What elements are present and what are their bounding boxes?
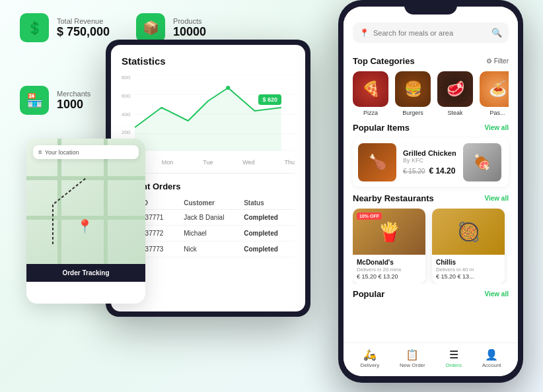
merchants-label: Merchants [57,90,90,98]
merchants-icon: 🏪 [20,86,49,115]
chart-svg [122,75,295,154]
account-icon: 👤 [485,348,498,361]
nearby-view-all[interactable]: View all [484,195,509,202]
chicken-price-new: € 14.20 [429,166,455,176]
phone-content: Top Categories ⚙ Filter 🍕 Pizza 🍔 [344,49,518,343]
filter-label: Filter [494,57,509,65]
popular-bottom-title: Popular [353,289,384,299]
location-pin: 📍 [77,218,93,234]
table-row: O2375937771 Jack B Danial Completed [122,210,295,226]
categories-row: 🍕 Pizza 🍔 Burgers 🥩 Steak [353,71,509,116]
pasta-img: 🍝 [480,71,509,107]
phone-notch [404,0,457,15]
products-card: 📦 Products 10000 [136,13,206,42]
chillis-emoji: 🥘 [432,209,505,255]
chicken-name: Grilled Chicken [403,149,456,157]
stats-area: 💲 Total Revenue $ 750,000 📦 Products 100… [20,13,206,42]
chicken-by: By KFC [403,157,456,164]
phone-device: 📍 🔍 Top Categories ⚙ Filter 🍕 Pizza [338,0,523,383]
popular-bottom-view-all[interactable]: View all [484,290,509,298]
location-pin-icon: 📍 [359,28,369,38]
orders-icon: ☰ [449,348,458,361]
merchants-value: 1000 [57,98,90,112]
map-area: ≡ Your location 📍 [26,139,145,264]
chart-title: Statistics [122,55,295,67]
category-pizza[interactable]: 🍕 Pizza [353,71,388,116]
popular-items-title: Popular Items [353,123,410,133]
nav-account[interactable]: 👤 Account [482,348,501,368]
pizza-img: 🍕 [353,71,388,107]
chicken-price-old: € 15.20 [403,168,425,175]
price-badge: $ 620 [258,94,281,105]
delivery-icon: 🛵 [363,348,377,361]
location-text: Your location [45,149,79,156]
pizza-emoji: 🍕 [353,71,388,107]
popular-view-all[interactable]: View all [484,124,509,131]
nearby-title: Nearby Restaurants [353,193,434,203]
revenue-icon: 💲 [20,13,49,42]
mcdonalds-img: 🍟 10% OFF [353,209,425,255]
filter-icon: ⚙ [486,57,492,65]
orders-title: Recent Orders [122,181,295,191]
chicken-img-right: 🍖 [463,143,501,181]
col-customer: Customer [184,197,244,210]
pasta-label: Pas... [489,110,505,116]
mcdonalds-prices: € 15.20 € 13.20 [357,273,421,280]
products-value: 10000 [173,25,206,39]
table-row: O2375937772 Michael Completed [122,226,295,242]
chillis-delivery: Delivers in 40 m [436,267,501,273]
discount-badge: 10% OFF [357,212,382,220]
category-pasta[interactable]: 🍝 Pas... [480,71,509,116]
products-icon: 📦 [136,13,165,42]
account-label: Account [482,362,501,368]
pasta-emoji: 🍝 [480,71,509,107]
category-steak[interactable]: 🥩 Steak [437,71,473,116]
search-input[interactable] [373,29,488,37]
chart-x-labels: Sun Mon Tue Wed Thu [122,159,295,166]
revenue-value: $ 750,000 [57,25,110,39]
nav-orders[interactable]: ☰ Orders [445,348,461,368]
top-categories-header: Top Categories ⚙ Filter [353,56,509,66]
filter-button[interactable]: ⚙ Filter [486,57,509,65]
bottom-nav: 🛵 Delivery 📋 New Order ☰ Orders 👤 Accoun… [344,343,518,376]
top-categories-title: Top Categories [353,56,415,66]
mcdonalds-delivery: Delivers in 20 mins [357,267,421,273]
orders-section: Recent Orders Order ID Customer Status O… [122,181,295,257]
restaurants-row: 🍟 10% OFF McDonald's Delivers in 20 mins… [353,209,509,284]
svg-point-6 [226,86,230,90]
phone-screen: 📍 🔍 Top Categories ⚙ Filter 🍕 Pizza [344,7,518,376]
products-label: Products [173,17,206,25]
steak-emoji: 🥩 [437,71,473,107]
revenue-label: Total Revenue [57,17,110,25]
orders-label: Orders [445,362,461,368]
burger-label: Burgers [402,110,423,116]
popular-item-chicken[interactable]: 🍗 Grilled Chicken By KFC € 15.20 € 14.20… [353,138,509,187]
category-burgers[interactable]: 🍔 Burgers [395,71,431,116]
search-icon[interactable]: 🔍 [491,28,502,38]
nav-new-order[interactable]: 📋 New Order [400,348,425,368]
nav-delivery[interactable]: 🛵 Delivery [360,348,379,368]
delivery-label: Delivery [360,362,379,368]
table-row: O2375937773 Nick Completed [122,242,295,257]
chillis-img: 🥘 [432,209,505,255]
revenue-card: 💲 Total Revenue $ 750,000 [20,13,110,42]
merchants-card: 🏪 Merchants 1000 [20,86,90,115]
search-bar[interactable]: 📍 🔍 [353,22,509,43]
status-cell: Completed [244,242,295,257]
status-cell: Completed [244,210,295,226]
hamburger-icon: ≡ [38,148,42,156]
pizza-label: Pizza [363,110,378,116]
customer-cell: Jack B Danial [184,210,244,226]
chicken-info: Grilled Chicken By KFC € 15.20 € 14.20 [403,149,456,176]
tracking-label: Order Tracking [26,264,145,282]
tracking-card: ≡ Your location 📍 Order Tracking [26,139,145,304]
restaurant-chillis[interactable]: 🥘 Chillis Delivers in 40 m € 15.20 € 13.… [432,209,505,284]
chicken-prices: € 15.20 € 14.20 [403,166,456,176]
steak-label: Steak [447,110,462,116]
chillis-prices: € 15.20 € 13... [436,273,501,280]
mcdonalds-info: McDonald's Delivers in 20 mins € 15.20 €… [353,255,425,284]
chillis-info: Chillis Delivers in 40 m € 15.20 € 13... [432,255,505,284]
orders-table: Order ID Customer Status O2375937771 Jac… [122,197,295,257]
restaurant-mcdonalds[interactable]: 🍟 10% OFF McDonald's Delivers in 20 mins… [353,209,425,284]
chillis-name: Chillis [436,259,501,266]
